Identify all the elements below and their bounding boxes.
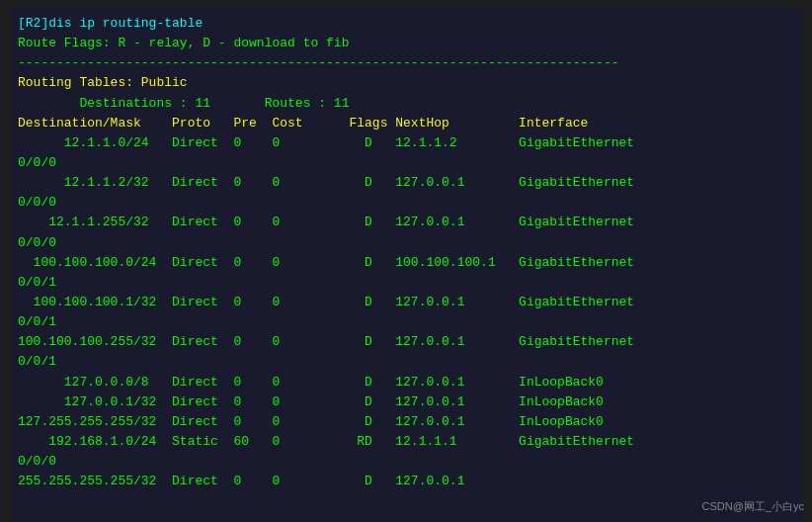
terminal-line-4: Destinations : 11 Routes : 11 (18, 94, 794, 114)
terminal-line-6: Destination/Mask Proto Pre Cost Flags Ne… (18, 114, 794, 133)
terminal-line-0: [R2]dis ip routing-table (18, 14, 794, 34)
terminal-line-23: 192.168.1.0/24 Static 60 0 RD 12.1.1.1 G… (18, 432, 794, 452)
terminal-line-11: 0/0/0 (18, 193, 794, 213)
terminal-line-21: 127.0.0.1/32 Direct 0 0 D 127.0.0.1 InLo… (18, 392, 794, 412)
terminal-line-16: 100.100.100.1/32 Direct 0 0 D 127.0.0.1 … (18, 293, 794, 312)
terminal-line-12: 12.1.1.255/32 Direct 0 0 D 127.0.0.1 Gig… (18, 213, 794, 232)
terminal-line-25: 255.255.255.255/32 Direct 0 0 D 127.0.0.… (18, 472, 794, 491)
terminal-line-15: 0/0/1 (18, 273, 794, 293)
terminal-line-9: 0/0/0 (18, 153, 794, 173)
terminal-line-19: 0/0/1 (18, 352, 794, 372)
watermark-label: CSDN@网工_小白yc (702, 499, 804, 514)
terminal-line-24: 0/0/0 (18, 452, 794, 472)
terminal-line-10: 12.1.1.2/32 Direct 0 0 D 127.0.0.1 Gigab… (18, 173, 794, 193)
terminal-line-22: 127.255.255.255/32 Direct 0 0 D 127.0.0.… (18, 412, 794, 432)
terminal-line-17: 0/0/1 (18, 312, 794, 332)
terminal-line-18: 100.100.100.255/32 Direct 0 0 D 127.0.0.… (18, 332, 794, 352)
terminal-line-20: 127.0.0.0/8 Direct 0 0 D 127.0.0.1 InLoo… (18, 373, 794, 392)
terminal-window: [R2]dis ip routing-tableRoute Flags: R -… (10, 8, 802, 522)
terminal-line-2: ----------------------------------------… (18, 53, 794, 73)
terminal-line-13: 0/0/0 (18, 233, 794, 253)
terminal-line-14: 100.100.100.0/24 Direct 0 0 D 100.100.10… (18, 253, 794, 273)
terminal-line-3: Routing Tables: Public (18, 73, 794, 93)
terminal-line-8: 12.1.1.0/24 Direct 0 0 D 12.1.1.2 Gigabi… (18, 133, 794, 153)
terminal-line-1: Route Flags: R - relay, D - download to … (18, 34, 794, 53)
